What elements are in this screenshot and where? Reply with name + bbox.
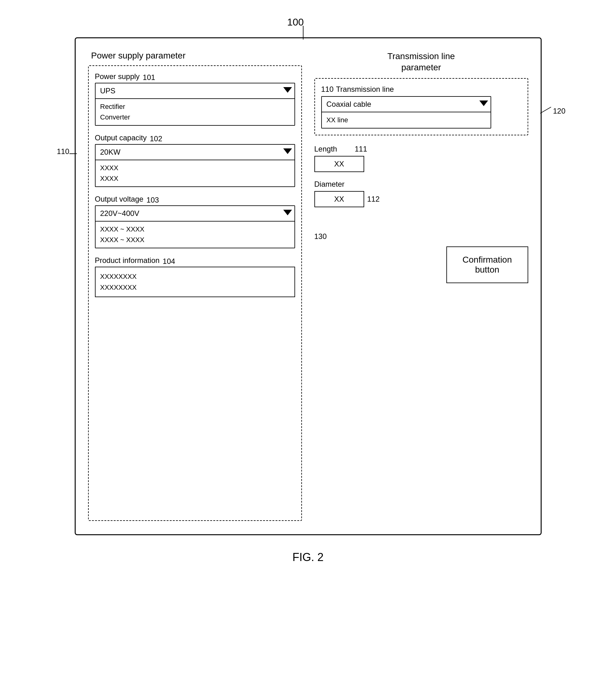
output-capacity-option-2[interactable]: XXXX	[100, 173, 290, 184]
product-info-section: Product information 104 XXXXXXXX XXXXXXX…	[95, 256, 295, 297]
product-info-box: XXXXXXXX XXXXXXXX	[95, 267, 295, 297]
output-capacity-label: Output capacity	[95, 134, 147, 142]
arrow-110-left	[69, 153, 77, 154]
power-supply-label: Power supply	[95, 72, 140, 81]
length-ref: 111	[355, 145, 367, 153]
output-voltage-label: Output voltage	[95, 195, 144, 204]
right-dashed-box: 110 Transmission line Coaxial cable XX l…	[314, 78, 528, 135]
output-capacity-ref: 102	[150, 134, 162, 143]
power-supply-option-1[interactable]: Rectifier	[100, 101, 290, 112]
output-capacity-selected: 20KW	[95, 145, 294, 160]
confirmation-area: 130 Confirmationbutton	[314, 232, 528, 283]
confirmation-button[interactable]: Confirmationbutton	[446, 246, 528, 283]
output-capacity-dropdown: Output capacity 102 20KW XXXX XXXX	[95, 134, 295, 187]
label-130-text: 130	[314, 232, 327, 241]
label-120-right: 120	[553, 107, 565, 115]
confirmation-button-label: Confirmationbutton	[463, 255, 512, 274]
product-info-line-1: XXXXXXXX	[100, 271, 290, 282]
product-info-line-2: XXXXXXXX	[100, 282, 290, 293]
label-130: 130	[314, 232, 327, 241]
left-dashed-box: Power supply 101 UPS Rectifier Converter	[88, 65, 302, 521]
output-voltage-dropdown: Output voltage 103 220V~400V XXXX ~ XXXX…	[95, 195, 295, 248]
output-voltage-option-2[interactable]: XXXX ~ XXXX	[100, 235, 290, 245]
fig-caption: FIG. 2	[292, 551, 324, 564]
power-supply-option-2[interactable]: Converter	[100, 112, 290, 122]
page-container: 100 110 120 Power supply parameter Power…	[0, 0, 616, 683]
label-100: 100	[287, 17, 304, 28]
transmission-line-options: XX line	[322, 112, 491, 128]
output-voltage-box[interactable]: 220V~400V XXXX ~ XXXX XXXX ~ XXXX	[95, 205, 295, 248]
product-info-label: Product information	[95, 256, 160, 265]
output-voltage-selected: 220V~400V	[95, 206, 294, 222]
power-supply-box[interactable]: UPS Rectifier Converter	[95, 83, 295, 126]
right-section-title-text: Transmission lineparameter	[388, 51, 455, 72]
length-input[interactable]	[314, 156, 364, 172]
power-supply-dropdown: Power supply 101 UPS Rectifier Converter	[95, 72, 295, 126]
output-voltage-options: XXXX ~ XXXX XXXX ~ XXXX	[95, 222, 294, 248]
dropdown-arrow-power	[283, 87, 292, 93]
power-supply-options: Rectifier Converter	[95, 99, 294, 125]
transmission-line-option-1[interactable]: XX line	[327, 115, 486, 126]
diameter-section: Diameter 112	[314, 180, 528, 207]
output-voltage-ref: 103	[147, 196, 159, 204]
product-info-ref: 104	[163, 257, 175, 266]
arrow-120	[540, 107, 551, 114]
right-section-title: Transmission lineparameter	[314, 51, 528, 73]
outer-diagram-box: 100 110 120 Power supply parameter Power…	[75, 37, 542, 535]
transmission-box-label: Transmission line	[336, 85, 394, 94]
power-supply-ref: 101	[143, 73, 155, 82]
output-capacity-option-1[interactable]: XXXX	[100, 163, 290, 173]
dropdown-arrow-capacity	[283, 149, 292, 154]
dropdown-arrow-transmission	[479, 100, 488, 106]
diameter-ref: 112	[367, 195, 380, 204]
length-label: Length	[314, 145, 352, 153]
dropdown-arrow-voltage	[283, 210, 292, 215]
output-voltage-option-1[interactable]: XXXX ~ XXXX	[100, 224, 290, 235]
output-capacity-options: XXXX XXXX	[95, 160, 294, 186]
diameter-label: Diameter	[314, 180, 352, 188]
right-section: Transmission lineparameter 110 Transmiss…	[314, 51, 528, 522]
label-110-left: 110	[57, 147, 69, 156]
transmission-line-selected: Coaxial cable	[322, 97, 491, 112]
length-section: Length 111	[314, 145, 528, 172]
inner-layout: Power supply parameter Power supply 101 …	[75, 38, 541, 534]
left-section: Power supply parameter Power supply 101 …	[88, 51, 302, 522]
diameter-input[interactable]	[314, 191, 364, 207]
arrow-100	[303, 26, 304, 40]
power-supply-selected: UPS	[95, 84, 294, 99]
output-capacity-box[interactable]: 20KW XXXX XXXX	[95, 144, 295, 187]
transmission-box-ref: 110	[321, 85, 334, 94]
transmission-line-box[interactable]: Coaxial cable XX line	[321, 96, 491, 129]
left-section-title: Power supply parameter	[88, 51, 302, 61]
